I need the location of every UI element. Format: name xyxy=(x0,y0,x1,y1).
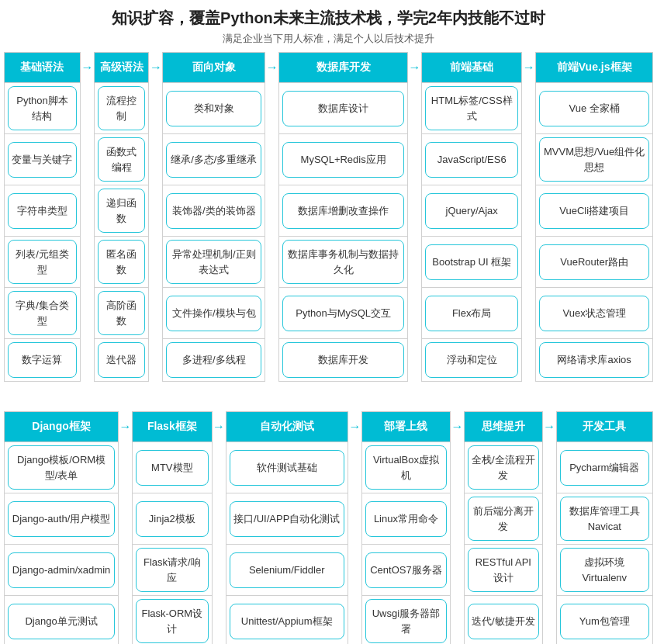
spacer-cell xyxy=(348,493,361,545)
cell-content: Python与MySQL交互 xyxy=(282,296,404,331)
cell-content: 软件测试基础 xyxy=(230,450,344,486)
table-cell: 类和对象 xyxy=(163,83,265,134)
table-cell: Vuex状态管理 xyxy=(536,288,653,339)
spacer-cell xyxy=(522,185,536,237)
cell-content: JavaScript/ES6 xyxy=(425,142,518,178)
cell-content: 数据库开发 xyxy=(282,342,404,378)
spacer-cell xyxy=(450,545,464,596)
cell-content: 浮动和定位 xyxy=(425,342,518,378)
cell-content: HTML标签/CSS样式 xyxy=(425,86,518,130)
cell-content: 递归函数 xyxy=(98,189,145,233)
spacer-cell xyxy=(149,185,163,237)
spacer-cell xyxy=(80,83,94,134)
table-cell: CentOS7服务器 xyxy=(361,545,450,596)
page-subtitle: 满足企业当下用人标准，满足个人以后技术提升 xyxy=(4,32,653,46)
table-cell: 数字运算 xyxy=(5,339,81,382)
table-cell: 数据库事务机制与数据持久化 xyxy=(279,237,408,288)
table-cell: Django-auth/用户模型 xyxy=(5,493,119,545)
cell-content: Flex布局 xyxy=(425,296,518,331)
table-cell: MTV模型 xyxy=(133,442,212,493)
spacer-cell xyxy=(408,237,422,288)
spacer-cell xyxy=(265,134,279,185)
table-cell: VueCli搭建项目 xyxy=(536,185,653,237)
spacer-cell xyxy=(542,545,556,596)
cell-content: 函数式编程 xyxy=(98,137,145,182)
header-cell-3: 部署上线 xyxy=(361,412,450,442)
arrow-0: → xyxy=(119,412,133,442)
cell-content: MVVM思想/Vue组件化思想 xyxy=(539,137,649,182)
table-cell: Selenium/Fiddler xyxy=(226,545,348,596)
spacer-cell xyxy=(542,442,556,493)
header-cell-0: 基础语法 xyxy=(5,53,81,83)
table-cell: 网络请求库axios xyxy=(536,339,653,382)
arrow-2: → xyxy=(348,412,361,442)
curriculum-table: Django框架→Flask框架→自动化测试→部署上线→思维提升→开发工具Dja… xyxy=(4,411,653,644)
spacer-cell xyxy=(212,545,226,596)
table-cell: Linux常用命令 xyxy=(361,493,450,545)
table-cell: 高阶函数 xyxy=(94,288,148,339)
cell-content: Django-admin/xadmin xyxy=(8,552,115,588)
cell-content: 文件操作/模块与包 xyxy=(166,296,261,331)
cell-content: 异常处理机制/正则表达式 xyxy=(166,240,261,284)
table-cell: 变量与关键字 xyxy=(5,134,81,185)
page-title: 知识扩容，覆盖Python未来主流技术栈，学完2年内技能不过时 xyxy=(4,8,653,29)
cell-content: 变量与关键字 xyxy=(8,142,77,178)
spacer-cell xyxy=(408,185,422,237)
table-cell: Yum包管理 xyxy=(556,596,652,645)
cell-content: Bootstrap UI 框架 xyxy=(425,244,518,280)
table-cell: 数据库开发 xyxy=(279,339,408,382)
table-cell: Django-admin/xadmin xyxy=(5,545,119,596)
table-cell: 数据库增删改查操作 xyxy=(279,185,408,237)
cell-content: 匿名函数 xyxy=(98,240,145,284)
table-cell: Flask-ORM设计 xyxy=(133,596,212,645)
cell-content: Selenium/Fiddler xyxy=(230,552,344,588)
cell-content: 接口/UI/APP自动化测试 xyxy=(230,501,344,537)
cell-content: CentOS7服务器 xyxy=(365,552,447,588)
spacer-cell xyxy=(80,339,94,382)
spacer-cell xyxy=(522,339,536,382)
table-cell: Python与MySQL交互 xyxy=(279,288,408,339)
cell-content: 高阶函数 xyxy=(98,291,145,335)
cell-content: VueRouter路由 xyxy=(539,244,649,280)
table-cell: Django模板/ORM模型/表单 xyxy=(5,442,119,493)
spacer-cell xyxy=(408,134,422,185)
table-cell: 流程控制 xyxy=(94,83,148,134)
cell-content: Uwsgi服务器部署 xyxy=(365,599,447,643)
arrow-4: → xyxy=(522,53,536,83)
table-cell: 列表/元组类型 xyxy=(5,237,81,288)
cell-content: MTV模型 xyxy=(136,450,208,486)
table-cell: 迭代/敏捷开发 xyxy=(464,596,542,645)
cell-content: VueCli搭建项目 xyxy=(539,193,649,229)
table-cell: 字典/集合类型 xyxy=(5,288,81,339)
spacer-cell xyxy=(80,134,94,185)
cell-content: 前后端分离开发 xyxy=(468,497,539,541)
table-cell: 字符串类型 xyxy=(5,185,81,237)
cell-content: 迭代器 xyxy=(98,342,145,378)
table-cell: HTML标签/CSS样式 xyxy=(422,83,522,134)
spacer-cell xyxy=(542,493,556,545)
table-cell: Unittest/Appium框架 xyxy=(226,596,348,645)
cell-content: 数据库设计 xyxy=(282,91,404,126)
arrow-2: → xyxy=(265,53,279,83)
arrow-3: → xyxy=(450,412,464,442)
spacer-cell xyxy=(149,83,163,134)
cell-content: Django-auth/用户模型 xyxy=(8,501,115,537)
spacer-cell xyxy=(212,493,226,545)
cell-content: Unittest/Appium框架 xyxy=(230,604,344,639)
cell-content: Python脚本结构 xyxy=(8,86,77,130)
table-cell: MySQL+Redis应用 xyxy=(279,134,408,185)
cell-content: Pycharm编辑器 xyxy=(560,450,649,486)
table-cell: 接口/UI/APP自动化测试 xyxy=(226,493,348,545)
spacer-cell xyxy=(408,339,422,382)
section2: Django框架→Flask框架→自动化测试→部署上线→思维提升→开发工具Dja… xyxy=(4,411,653,644)
table-cell: VirtualBox虚拟机 xyxy=(361,442,450,493)
spacer-cell xyxy=(149,134,163,185)
table-cell: Vue 全家桶 xyxy=(536,83,653,134)
spacer-cell xyxy=(149,288,163,339)
spacer-cell xyxy=(149,237,163,288)
spacer-cell xyxy=(450,596,464,645)
table-cell: jQuery/Ajax xyxy=(422,185,522,237)
cell-content: 数字运算 xyxy=(8,342,77,378)
cell-content: 字符串类型 xyxy=(8,193,77,229)
table-cell: 数据库设计 xyxy=(279,83,408,134)
